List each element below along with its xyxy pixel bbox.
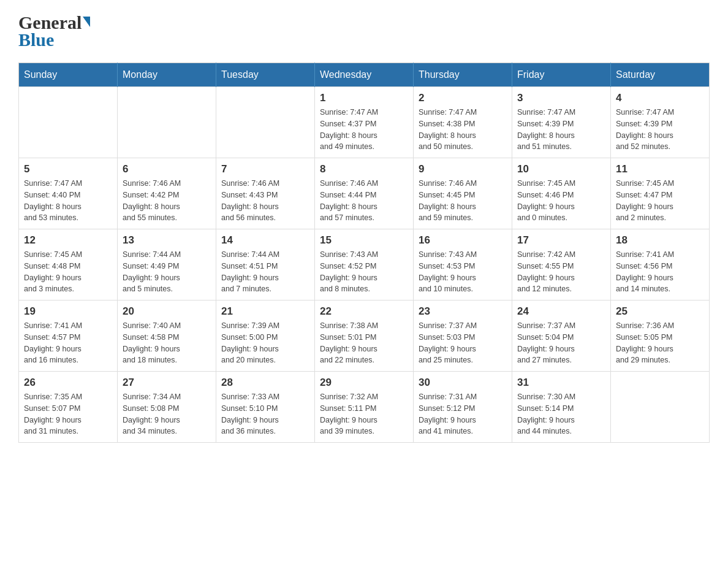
calendar-day-cell: 3Sunrise: 7:47 AM Sunset: 4:39 PM Daylig… [512, 87, 611, 158]
calendar-week-row: 1Sunrise: 7:47 AM Sunset: 4:37 PM Daylig… [19, 87, 710, 158]
calendar-week-row: 5Sunrise: 7:47 AM Sunset: 4:40 PM Daylig… [19, 158, 710, 229]
day-number: 8 [320, 163, 408, 175]
day-number: 28 [221, 377, 309, 389]
calendar-day-cell: 4Sunrise: 7:47 AM Sunset: 4:39 PM Daylig… [611, 87, 710, 158]
day-number: 31 [517, 377, 605, 389]
calendar-day-cell: 10Sunrise: 7:45 AM Sunset: 4:46 PM Dayli… [512, 158, 611, 229]
day-number: 30 [419, 377, 507, 389]
calendar-day-cell: 16Sunrise: 7:43 AM Sunset: 4:53 PM Dayli… [414, 229, 512, 301]
day-info: Sunrise: 7:43 AM Sunset: 4:53 PM Dayligh… [419, 249, 507, 295]
weekday-header-cell: Friday [512, 63, 611, 87]
weekday-header-cell: Thursday [414, 63, 512, 87]
calendar-day-cell [216, 87, 315, 158]
page-header: General Blue [18, 12, 710, 50]
day-number: 21 [221, 305, 309, 318]
weekday-header-cell: Saturday [611, 63, 710, 87]
day-info: Sunrise: 7:46 AM Sunset: 4:45 PM Dayligh… [419, 178, 507, 224]
day-number: 5 [24, 163, 112, 175]
calendar-day-cell: 25Sunrise: 7:36 AM Sunset: 5:05 PM Dayli… [611, 301, 710, 372]
day-info: Sunrise: 7:42 AM Sunset: 4:55 PM Dayligh… [517, 249, 605, 295]
calendar-day-cell: 8Sunrise: 7:46 AM Sunset: 4:44 PM Daylig… [315, 158, 414, 229]
day-number: 23 [419, 305, 507, 318]
day-info: Sunrise: 7:44 AM Sunset: 4:51 PM Dayligh… [221, 249, 309, 295]
calendar-day-cell: 1Sunrise: 7:47 AM Sunset: 4:37 PM Daylig… [315, 87, 414, 158]
day-info: Sunrise: 7:32 AM Sunset: 5:11 PM Dayligh… [320, 391, 408, 437]
day-info: Sunrise: 7:36 AM Sunset: 5:05 PM Dayligh… [616, 320, 704, 366]
weekday-header-row: SundayMondayTuesdayWednesdayThursdayFrid… [19, 63, 710, 87]
calendar-day-cell: 19Sunrise: 7:41 AM Sunset: 4:57 PM Dayli… [19, 301, 118, 372]
weekday-header-cell: Monday [118, 63, 216, 87]
calendar-day-cell: 24Sunrise: 7:37 AM Sunset: 5:04 PM Dayli… [512, 301, 611, 372]
day-info: Sunrise: 7:44 AM Sunset: 4:49 PM Dayligh… [123, 249, 211, 295]
day-number: 19 [24, 305, 112, 318]
day-number: 12 [24, 234, 112, 247]
calendar-day-cell: 12Sunrise: 7:45 AM Sunset: 4:48 PM Dayli… [19, 229, 118, 301]
calendar-day-cell [19, 87, 118, 158]
calendar-day-cell: 13Sunrise: 7:44 AM Sunset: 4:49 PM Dayli… [118, 229, 216, 301]
day-number: 3 [517, 92, 605, 104]
day-number: 20 [123, 305, 211, 318]
day-info: Sunrise: 7:47 AM Sunset: 4:40 PM Dayligh… [24, 178, 112, 224]
weekday-header-cell: Sunday [19, 63, 118, 87]
calendar-day-cell [118, 87, 216, 158]
calendar-day-cell: 31Sunrise: 7:30 AM Sunset: 5:14 PM Dayli… [512, 372, 611, 443]
calendar-day-cell: 7Sunrise: 7:46 AM Sunset: 4:43 PM Daylig… [216, 158, 315, 229]
day-info: Sunrise: 7:43 AM Sunset: 4:52 PM Dayligh… [320, 249, 408, 295]
day-number: 1 [320, 92, 408, 104]
day-info: Sunrise: 7:45 AM Sunset: 4:47 PM Dayligh… [616, 178, 704, 224]
calendar-day-cell: 5Sunrise: 7:47 AM Sunset: 4:40 PM Daylig… [19, 158, 118, 229]
logo: General Blue [18, 12, 90, 50]
day-number: 11 [616, 163, 704, 175]
day-info: Sunrise: 7:41 AM Sunset: 4:56 PM Dayligh… [616, 249, 704, 295]
calendar-day-cell: 26Sunrise: 7:35 AM Sunset: 5:07 PM Dayli… [19, 372, 118, 443]
calendar-day-cell: 17Sunrise: 7:42 AM Sunset: 4:55 PM Dayli… [512, 229, 611, 301]
day-info: Sunrise: 7:47 AM Sunset: 4:39 PM Dayligh… [616, 107, 704, 153]
day-info: Sunrise: 7:34 AM Sunset: 5:08 PM Dayligh… [123, 391, 211, 437]
calendar-body: 1Sunrise: 7:47 AM Sunset: 4:37 PM Daylig… [19, 87, 710, 443]
day-info: Sunrise: 7:38 AM Sunset: 5:01 PM Dayligh… [320, 320, 408, 366]
day-info: Sunrise: 7:33 AM Sunset: 5:10 PM Dayligh… [221, 391, 309, 437]
calendar-day-cell: 9Sunrise: 7:46 AM Sunset: 4:45 PM Daylig… [414, 158, 512, 229]
calendar-day-cell: 2Sunrise: 7:47 AM Sunset: 4:38 PM Daylig… [414, 87, 512, 158]
day-number: 17 [517, 234, 605, 247]
calendar-day-cell: 18Sunrise: 7:41 AM Sunset: 4:56 PM Dayli… [611, 229, 710, 301]
day-number: 22 [320, 305, 408, 318]
calendar-week-row: 26Sunrise: 7:35 AM Sunset: 5:07 PM Dayli… [19, 372, 710, 443]
day-info: Sunrise: 7:45 AM Sunset: 4:48 PM Dayligh… [24, 249, 112, 295]
day-info: Sunrise: 7:46 AM Sunset: 4:42 PM Dayligh… [123, 178, 211, 224]
day-info: Sunrise: 7:47 AM Sunset: 4:38 PM Dayligh… [419, 107, 507, 153]
day-number: 25 [616, 305, 704, 318]
calendar-table: SundayMondayTuesdayWednesdayThursdayFrid… [18, 63, 710, 443]
day-info: Sunrise: 7:46 AM Sunset: 4:43 PM Dayligh… [221, 178, 309, 224]
day-number: 16 [419, 234, 507, 247]
day-number: 7 [221, 163, 309, 175]
calendar-day-cell: 21Sunrise: 7:39 AM Sunset: 5:00 PM Dayli… [216, 301, 315, 372]
day-info: Sunrise: 7:31 AM Sunset: 5:12 PM Dayligh… [419, 391, 507, 437]
day-number: 6 [123, 163, 211, 175]
calendar-week-row: 12Sunrise: 7:45 AM Sunset: 4:48 PM Dayli… [19, 229, 710, 301]
calendar-day-cell: 28Sunrise: 7:33 AM Sunset: 5:10 PM Dayli… [216, 372, 315, 443]
calendar-day-cell: 27Sunrise: 7:34 AM Sunset: 5:08 PM Dayli… [118, 372, 216, 443]
day-number: 4 [616, 92, 704, 104]
day-info: Sunrise: 7:47 AM Sunset: 4:37 PM Dayligh… [320, 107, 408, 153]
calendar-day-cell [611, 372, 710, 443]
calendar-day-cell: 6Sunrise: 7:46 AM Sunset: 4:42 PM Daylig… [118, 158, 216, 229]
day-info: Sunrise: 7:46 AM Sunset: 4:44 PM Dayligh… [320, 178, 408, 224]
calendar-day-cell: 22Sunrise: 7:38 AM Sunset: 5:01 PM Dayli… [315, 301, 414, 372]
logo-blue-text: Blue [18, 29, 54, 50]
calendar-day-cell: 14Sunrise: 7:44 AM Sunset: 4:51 PM Dayli… [216, 229, 315, 301]
day-info: Sunrise: 7:37 AM Sunset: 5:04 PM Dayligh… [517, 320, 605, 366]
calendar-day-cell: 15Sunrise: 7:43 AM Sunset: 4:52 PM Dayli… [315, 229, 414, 301]
logo-triangle-icon [83, 17, 90, 27]
day-info: Sunrise: 7:37 AM Sunset: 5:03 PM Dayligh… [419, 320, 507, 366]
day-info: Sunrise: 7:39 AM Sunset: 5:00 PM Dayligh… [221, 320, 309, 366]
day-info: Sunrise: 7:47 AM Sunset: 4:39 PM Dayligh… [517, 107, 605, 153]
day-number: 15 [320, 234, 408, 247]
day-number: 26 [24, 377, 112, 389]
day-number: 2 [419, 92, 507, 104]
day-number: 27 [123, 377, 211, 389]
day-number: 9 [419, 163, 507, 175]
day-info: Sunrise: 7:35 AM Sunset: 5:07 PM Dayligh… [24, 391, 112, 437]
day-info: Sunrise: 7:40 AM Sunset: 4:58 PM Dayligh… [123, 320, 211, 366]
day-number: 13 [123, 234, 211, 247]
